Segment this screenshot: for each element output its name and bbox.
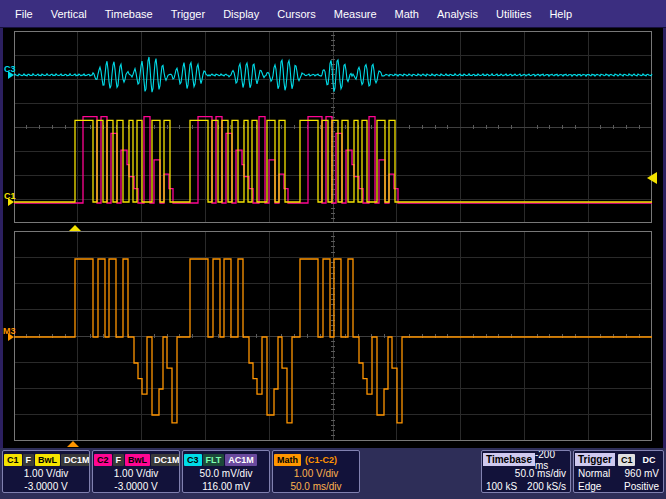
status-bar: C1FBwLDC1M1.00 V/div-3.0000 VC2FBwLDC1M1… [0, 448, 666, 499]
menu-item-vertical[interactable]: Vertical [42, 0, 96, 28]
trigger-descriptor-row-1-label: Edge [578, 480, 601, 493]
c3-descriptor-value-1: 116.00 mV [183, 480, 269, 493]
c1-descriptor-value-1: -3.0000 V [3, 480, 89, 493]
menu-item-display[interactable]: Display [214, 0, 268, 28]
lower-graticule [14, 231, 652, 441]
c2-descriptor-value-1: -3.0000 V [93, 480, 179, 493]
trigger-descriptor-badge-dc: DC [639, 454, 658, 466]
timebase-descriptor-title: Timebase [483, 453, 535, 466]
c3-descriptor-badge-ac1m: AC1M [225, 454, 257, 466]
trigger-descriptor-row-0: Normal960 mV [574, 467, 663, 480]
c3-descriptor-badge-flt: FLT [203, 454, 225, 466]
waveform-area: C3C1M3 [0, 28, 666, 448]
c2-descriptor-header: C2FBwLDC1M [93, 451, 179, 467]
menu-bar: FileVerticalTimebaseTriggerDisplayCursor… [0, 0, 666, 28]
menu-item-utilities[interactable]: Utilities [487, 0, 540, 28]
timebase-descriptor-row-1: 100 kS200 kS/s [482, 480, 570, 493]
menu-item-trigger[interactable]: Trigger [162, 0, 214, 28]
c1-descriptor-header: C1FBwLDC1M [3, 451, 89, 467]
c2-descriptor-badge-bwl: BwL [125, 454, 150, 466]
menu-item-timebase[interactable]: Timebase [96, 0, 162, 28]
timebase-descriptor-row-1-value: 200 kS/s [527, 480, 566, 493]
oscilloscope-screen: FileVerticalTimebaseTriggerDisplayCursor… [0, 0, 666, 499]
trigger-descriptor-row-1-value: Positive [624, 480, 659, 493]
trigger-descriptor-row-1: EdgePositive [574, 480, 663, 493]
trigger-descriptor-title: Trigger [575, 453, 615, 466]
c2-descriptor-badge-f: F [113, 454, 125, 466]
math-descriptor-badge-math: Math [274, 454, 301, 466]
c2-descriptor[interactable]: C2FBwLDC1M1.00 V/div-3.0000 V [92, 450, 180, 493]
c1-descriptor[interactable]: C1FBwLDC1M1.00 V/div-3.0000 V [2, 450, 90, 493]
left-frame [0, 28, 3, 448]
c1-descriptor-badge-c1: C1 [4, 454, 22, 466]
trigger-descriptor-header: TriggerC1DC [574, 451, 663, 467]
menu-item-help[interactable]: Help [540, 0, 581, 28]
c2-descriptor-badge-c2: C2 [94, 454, 112, 466]
scope-display: C3C1M3 [0, 28, 666, 448]
math-position-marker[interactable] [67, 441, 79, 447]
c2-descriptor-badge-dc1m: DC1M [151, 454, 180, 466]
c1-descriptor-badge-f: F [23, 454, 35, 466]
math-descriptor-value-0: 1.00 V/div [273, 467, 359, 480]
menu-item-cursors[interactable]: Cursors [268, 0, 325, 28]
trigger-descriptor-row-0-label: Normal [578, 467, 610, 480]
c3-descriptor-header: C3FLTAC1M [183, 451, 269, 467]
math-descriptor[interactable]: Math(C1-C2)1.00 V/div50.0 ms/div [272, 450, 360, 493]
c2-descriptor-value-0: 1.00 V/div [93, 467, 179, 480]
timebase-descriptor-header: Timebase-200 ms [482, 451, 570, 467]
timebase-descriptor-row-0: 50.0 ms/div [482, 467, 570, 480]
c3-descriptor[interactable]: C3FLTAC1M50.0 mV/div116.00 mV [182, 450, 270, 493]
c1-descriptor-badge-bwl: BwL [35, 454, 60, 466]
menu-item-file[interactable]: File [6, 0, 42, 28]
math-descriptor-header: Math(C1-C2) [273, 451, 359, 467]
c3-descriptor-badge-c3: C3 [184, 454, 202, 466]
math-descriptor-badge-c1c2: (C1-C2) [302, 454, 340, 466]
timebase-descriptor-row-1-label: 100 kS [486, 480, 517, 493]
menu-item-measure[interactable]: Measure [325, 0, 386, 28]
timebase-descriptor-row-0-value: 50.0 ms/div [515, 467, 566, 480]
trigger-descriptor[interactable]: TriggerC1DCNormal960 mVEdgePositive [573, 450, 664, 493]
c3-descriptor-value-0: 50.0 mV/div [183, 467, 269, 480]
trigger-descriptor-row-0-value: 960 mV [625, 467, 659, 480]
menu-item-math[interactable]: Math [386, 0, 428, 28]
c1-descriptor-value-0: 1.00 V/div [3, 467, 89, 480]
timebase-descriptor[interactable]: Timebase-200 ms50.0 ms/div100 kS200 kS/s [481, 450, 571, 493]
c1-descriptor-badge-dc1m: DC1M [61, 454, 90, 466]
menu-item-analysis[interactable]: Analysis [428, 0, 487, 28]
upper-graticule [14, 31, 652, 223]
trigger-descriptor-badge-c1: C1 [618, 454, 636, 466]
trigger-time-marker[interactable] [69, 225, 81, 231]
math-descriptor-value-1: 50.0 ms/div [273, 480, 359, 493]
